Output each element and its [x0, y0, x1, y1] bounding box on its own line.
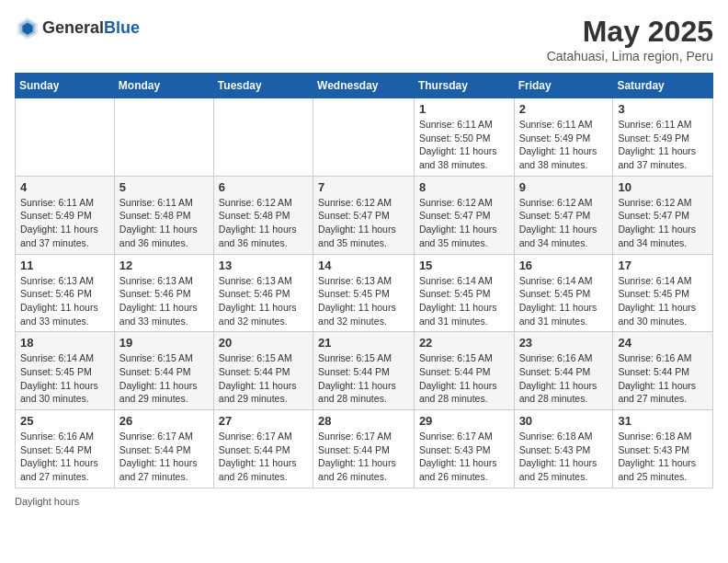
day-cell — [313, 98, 415, 177]
week-row-1: 1Sunrise: 6:11 AM Sunset: 5:50 PM Daylig… — [16, 98, 713, 177]
day-number: 6 — [219, 180, 308, 194]
day-cell — [213, 98, 313, 177]
header-cell-wednesday: Wednesday — [313, 74, 415, 98]
day-number: 1 — [419, 102, 509, 116]
day-cell: 12Sunrise: 6:13 AM Sunset: 5:46 PM Dayli… — [114, 254, 213, 332]
day-cell: 5Sunrise: 6:11 AM Sunset: 5:48 PM Daylig… — [114, 176, 213, 254]
day-info: Sunrise: 6:16 AM Sunset: 5:44 PM Dayligh… — [618, 351, 708, 406]
day-cell: 21Sunrise: 6:15 AM Sunset: 5:44 PM Dayli… — [313, 332, 415, 410]
day-cell: 13Sunrise: 6:13 AM Sunset: 5:46 PM Dayli… — [213, 254, 313, 332]
day-number: 21 — [318, 336, 409, 350]
day-info: Sunrise: 6:13 AM Sunset: 5:46 PM Dayligh… — [119, 274, 209, 328]
day-number: 22 — [419, 336, 509, 350]
calendar-header: SundayMondayTuesdayWednesdayThursdayFrid… — [16, 74, 713, 98]
day-number: 14 — [318, 259, 409, 272]
day-number: 15 — [419, 259, 509, 272]
day-number: 19 — [119, 336, 209, 350]
calendar-table: SundayMondayTuesdayWednesdayThursdayFrid… — [15, 73, 713, 488]
day-number: 2 — [519, 102, 609, 116]
day-cell — [16, 98, 115, 177]
day-cell: 25Sunrise: 6:16 AM Sunset: 5:44 PM Dayli… — [16, 410, 115, 488]
day-info: Sunrise: 6:12 AM Sunset: 5:48 PM Dayligh… — [219, 196, 308, 250]
header-row: SundayMondayTuesdayWednesdayThursdayFrid… — [16, 74, 713, 98]
calendar-body: 1Sunrise: 6:11 AM Sunset: 5:50 PM Daylig… — [16, 98, 713, 488]
day-cell: 14Sunrise: 6:13 AM Sunset: 5:45 PM Dayli… — [313, 254, 415, 332]
day-info: Sunrise: 6:17 AM Sunset: 5:44 PM Dayligh… — [119, 430, 209, 484]
day-number: 3 — [618, 102, 708, 116]
day-info: Sunrise: 6:11 AM Sunset: 5:49 PM Dayligh… — [618, 118, 708, 172]
logo-blue: Blue — [104, 18, 140, 37]
day-info: Sunrise: 6:12 AM Sunset: 5:47 PM Dayligh… — [419, 196, 509, 250]
day-number: 12 — [119, 259, 209, 272]
day-cell: 29Sunrise: 6:17 AM Sunset: 5:43 PM Dayli… — [414, 410, 514, 488]
day-cell: 8Sunrise: 6:12 AM Sunset: 5:47 PM Daylig… — [414, 176, 514, 254]
logo-icon — [15, 15, 40, 40]
header-cell-saturday: Saturday — [613, 74, 713, 98]
day-cell: 18Sunrise: 6:14 AM Sunset: 5:45 PM Dayli… — [16, 332, 115, 410]
day-cell: 22Sunrise: 6:15 AM Sunset: 5:44 PM Dayli… — [414, 332, 514, 410]
day-number: 11 — [20, 259, 109, 272]
day-info: Sunrise: 6:18 AM Sunset: 5:43 PM Dayligh… — [618, 430, 708, 484]
week-row-3: 11Sunrise: 6:13 AM Sunset: 5:46 PM Dayli… — [16, 254, 713, 332]
day-number: 8 — [419, 180, 509, 194]
day-cell: 6Sunrise: 6:12 AM Sunset: 5:48 PM Daylig… — [213, 176, 313, 254]
day-number: 26 — [119, 414, 209, 428]
day-number: 5 — [119, 180, 209, 194]
day-info: Sunrise: 6:17 AM Sunset: 5:43 PM Dayligh… — [419, 430, 509, 484]
day-info: Sunrise: 6:11 AM Sunset: 5:48 PM Dayligh… — [119, 196, 209, 250]
day-cell: 19Sunrise: 6:15 AM Sunset: 5:44 PM Dayli… — [114, 332, 213, 410]
day-info: Sunrise: 6:13 AM Sunset: 5:46 PM Dayligh… — [20, 274, 109, 328]
month-title: May 2025 — [547, 15, 713, 49]
day-info: Sunrise: 6:14 AM Sunset: 5:45 PM Dayligh… — [618, 274, 708, 328]
logo-general: General — [42, 18, 104, 37]
day-cell: 30Sunrise: 6:18 AM Sunset: 5:43 PM Dayli… — [514, 410, 613, 488]
day-cell: 23Sunrise: 6:16 AM Sunset: 5:44 PM Dayli… — [514, 332, 613, 410]
day-info: Sunrise: 6:15 AM Sunset: 5:44 PM Dayligh… — [119, 351, 209, 406]
day-cell: 31Sunrise: 6:18 AM Sunset: 5:43 PM Dayli… — [613, 410, 713, 488]
day-number: 13 — [219, 259, 308, 272]
day-info: Sunrise: 6:14 AM Sunset: 5:45 PM Dayligh… — [519, 274, 609, 328]
day-info: Sunrise: 6:16 AM Sunset: 5:44 PM Dayligh… — [519, 351, 609, 406]
day-info: Sunrise: 6:14 AM Sunset: 5:45 PM Dayligh… — [20, 351, 109, 406]
day-number: 18 — [20, 336, 109, 350]
day-cell — [114, 98, 213, 177]
day-number: 4 — [20, 180, 109, 194]
day-number: 30 — [519, 414, 609, 428]
day-info: Sunrise: 6:15 AM Sunset: 5:44 PM Dayligh… — [419, 351, 509, 406]
day-cell: 24Sunrise: 6:16 AM Sunset: 5:44 PM Dayli… — [613, 332, 713, 410]
day-cell: 7Sunrise: 6:12 AM Sunset: 5:47 PM Daylig… — [313, 176, 415, 254]
day-info: Sunrise: 6:15 AM Sunset: 5:44 PM Dayligh… — [318, 351, 409, 406]
day-info: Sunrise: 6:11 AM Sunset: 5:50 PM Dayligh… — [419, 118, 509, 172]
daylight-note: Daylight hours — [15, 496, 79, 507]
week-row-4: 18Sunrise: 6:14 AM Sunset: 5:45 PM Dayli… — [16, 332, 713, 410]
header-cell-monday: Monday — [114, 74, 213, 98]
week-row-2: 4Sunrise: 6:11 AM Sunset: 5:49 PM Daylig… — [16, 176, 713, 254]
day-cell: 16Sunrise: 6:14 AM Sunset: 5:45 PM Dayli… — [514, 254, 613, 332]
header-cell-sunday: Sunday — [16, 74, 115, 98]
day-cell: 27Sunrise: 6:17 AM Sunset: 5:44 PM Dayli… — [213, 410, 313, 488]
logo: GeneralBlue — [15, 15, 140, 40]
day-info: Sunrise: 6:16 AM Sunset: 5:44 PM Dayligh… — [20, 430, 109, 484]
week-row-5: 25Sunrise: 6:16 AM Sunset: 5:44 PM Dayli… — [16, 410, 713, 488]
day-info: Sunrise: 6:13 AM Sunset: 5:45 PM Dayligh… — [318, 274, 409, 328]
title-block: May 2025 Catahuasi, Lima region, Peru — [547, 15, 713, 63]
logo-text: GeneralBlue — [42, 18, 140, 38]
day-cell: 17Sunrise: 6:14 AM Sunset: 5:45 PM Dayli… — [613, 254, 713, 332]
day-number: 16 — [519, 259, 609, 272]
page-header: GeneralBlue May 2025 Catahuasi, Lima reg… — [15, 15, 713, 63]
day-number: 9 — [519, 180, 609, 194]
header-cell-tuesday: Tuesday — [213, 74, 313, 98]
day-info: Sunrise: 6:17 AM Sunset: 5:44 PM Dayligh… — [219, 430, 308, 484]
day-info: Sunrise: 6:18 AM Sunset: 5:43 PM Dayligh… — [519, 430, 609, 484]
day-cell: 20Sunrise: 6:15 AM Sunset: 5:44 PM Dayli… — [213, 332, 313, 410]
day-number: 27 — [219, 414, 308, 428]
day-cell: 10Sunrise: 6:12 AM Sunset: 5:47 PM Dayli… — [613, 176, 713, 254]
day-number: 23 — [519, 336, 609, 350]
day-number: 20 — [219, 336, 308, 350]
day-cell: 3Sunrise: 6:11 AM Sunset: 5:49 PM Daylig… — [613, 98, 713, 177]
day-info: Sunrise: 6:14 AM Sunset: 5:45 PM Dayligh… — [419, 274, 509, 328]
day-cell: 4Sunrise: 6:11 AM Sunset: 5:49 PM Daylig… — [16, 176, 115, 254]
location-subtitle: Catahuasi, Lima region, Peru — [547, 49, 713, 63]
day-info: Sunrise: 6:11 AM Sunset: 5:49 PM Dayligh… — [519, 118, 609, 172]
day-number: 28 — [318, 414, 409, 428]
